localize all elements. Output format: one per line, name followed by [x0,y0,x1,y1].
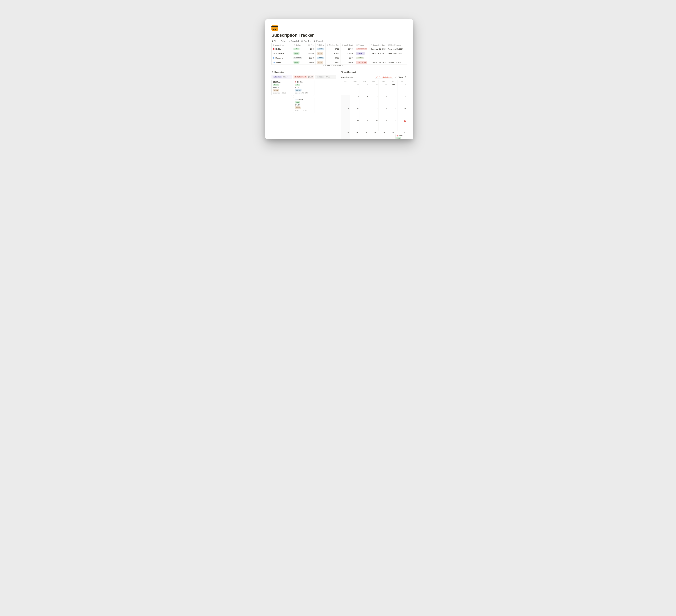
calendar-cell[interactable]: 19 [360,119,369,131]
svg-point-19 [356,45,356,45]
table-row[interactable]: Bubble ioCanceled$29.00Monthly$0.00$0.00… [272,56,407,60]
calendar-cell[interactable]: 2 [397,83,407,95]
calendar-cell[interactable]: 12 [360,107,369,119]
svg-rect-3 [314,41,315,42]
calendar-next-button[interactable]: ❯ [404,76,407,78]
cell-next-payment: January 19, 2025 [387,60,404,65]
calendar-cell[interactable]: 29 [386,131,395,139]
col-next-payment[interactable]: Next Payment [387,43,404,47]
calendar-cell[interactable]: 23 [397,119,407,131]
cell-price: $29.00 [305,56,316,60]
calendar-cell[interactable]: 15 [388,107,397,119]
col-monthly-cost[interactable]: Monthly Cost [326,43,340,47]
calendar-date-number: 26 [365,132,367,133]
repeat-icon [272,40,273,42]
tab-free-trial[interactable]: Free Trial [301,39,312,43]
open-in-calendar-button[interactable]: Open in Calendar [375,76,393,79]
calendar-cell[interactable]: 4 [350,95,360,107]
cell-subscription-name: SkillShare [275,53,284,54]
calendar-prev-button[interactable]: ❮ [395,76,397,78]
calendar-grid: SunMonTueWedThuFriSat 2728293031Nov 1234… [341,80,407,139]
calendar-cell[interactable]: 21 [379,119,388,131]
calendar-cell[interactable]: 3 [341,95,350,107]
category-header[interactable]: Entertainment$15.25 [293,75,315,79]
svg-rect-9 [317,44,319,46]
calendar-cell[interactable]: 7 [379,95,388,107]
calendar-cell[interactable]: 20 [369,119,379,131]
calendar-date-number: 28 [357,84,359,85]
calendar-cell[interactable]: 17 [341,119,350,131]
calendar-cell[interactable]: 14 [379,107,388,119]
calendar-cell[interactable]: 8 [388,95,397,107]
cell-subscribed-date: December 5, 2022 [369,51,387,56]
page-icon-credit-card [272,25,278,30]
cell-subscription-name: Spotify [275,61,281,63]
category-card[interactable]: SpotifyActive$99.00YearlyJanuary 19, 202… [293,97,315,113]
calendar-event-card[interactable]: NetflixActive$7.00MonthlyEntertainment [395,134,406,139]
col-billing[interactable]: Billing [316,43,326,47]
status-badge: Active [295,84,300,86]
tab-paused[interactable]: Paused [314,39,323,43]
col-price[interactable]: Price [305,43,316,47]
calendar-cell[interactable]: 6 [369,95,379,107]
category-card[interactable]: NetflixActive$7.00MonthlyDecember 31, 20… [293,80,315,96]
calendar-cell[interactable]: 16 [397,107,407,119]
calendar-cell[interactable]: 18 [350,119,360,131]
calendar-cell[interactable]: 5 [360,95,369,107]
billing-badge: Monthly [317,48,324,50]
category-header[interactable]: Education$13.75 [272,75,292,79]
calendar-cell[interactable]: 30 [369,83,379,95]
calendar-cell[interactable]: 10 [341,107,350,119]
svg-point-12 [328,45,328,45]
cell-subscribed-date [369,56,387,60]
record-icon [293,44,295,46]
calendar-cell[interactable]: 11 [350,107,360,119]
table-row[interactable]: SpotifyActive$99.00Yearly$8.25$99.00Ente… [272,60,407,65]
billing-badge: Yearly [317,61,323,64]
calendar-cell[interactable]: 29 [360,83,369,95]
money-icon [327,44,329,46]
card-price: $99.00 [295,104,313,106]
category-card[interactable]: SkillShareActive$165.00YearlyDecember 5,… [272,80,292,96]
category-name: Education [273,76,282,78]
calendar-cell[interactable]: 25 [350,131,359,139]
calendar-cell[interactable]: 31 [379,83,388,95]
col-category[interactable]: Category [355,43,369,47]
calendar-cell[interactable]: 28 [377,131,386,139]
cell-monthly-cost: $13.75 [326,51,340,56]
calendar-cell[interactable]: 30NetflixActive$7.00MonthlyEntertainment [395,131,407,139]
money-icon [342,44,343,46]
table-row[interactable]: NetflixActive$7.00Monthly$7.00$84.00Ente… [272,47,407,51]
calendar-icon [317,44,319,46]
col-subscribed-date[interactable]: Subscribed Date [369,43,387,47]
calendar-date-number: 5 [367,96,368,98]
svg-rect-30 [272,71,273,73]
table-row[interactable]: SkillShareActive$165.00Yearly$13.75$165.… [272,51,407,56]
tab-all[interactable]: All [272,39,276,43]
col-subscription[interactable]: subscription [272,43,292,47]
col-yearly-costs[interactable]: Yearly Costs [340,43,355,47]
calendar-cell[interactable]: 26 [359,131,368,139]
calendar-cell[interactable]: 22 [388,119,397,131]
calendar-cell[interactable]: 9 [397,95,407,107]
category-header[interactable]: Finance$0.00 [315,75,336,79]
subscriptions-table: subscription Status Price Billing Monthl… [272,43,407,65]
calendar-cell[interactable]: 13 [369,107,379,119]
status-badge: Active [293,61,299,64]
calendar-date-number: 4 [358,96,359,98]
calendar-cell[interactable]: 28 [350,83,360,95]
calendar-cell[interactable]: 27 [368,131,377,139]
calendar-cell[interactable]: 27 [341,83,350,95]
col-status[interactable]: Status [292,43,305,47]
calendar-date-number: 14 [385,108,387,110]
tab-active[interactable]: Active [278,39,286,43]
calendar-date-number: 7 [386,96,387,98]
calendar-cell[interactable]: 24 [341,131,350,139]
calendar-date-number: 29 [392,132,394,133]
calendar-today-button[interactable]: Today [399,76,403,78]
calendar-icon [371,44,372,46]
calendar-cell[interactable]: Nov 1 [388,83,397,95]
calendar-date-number: 11 [357,108,359,110]
calendar-date-number: 28 [383,132,385,133]
tab-canceled[interactable]: Canceled [288,39,299,43]
